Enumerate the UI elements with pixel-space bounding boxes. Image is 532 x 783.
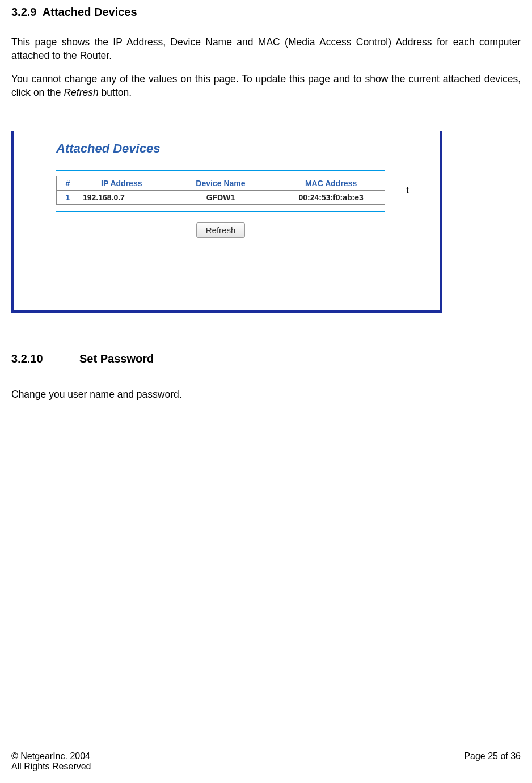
cell-num: 1 — [57, 190, 79, 204]
section1-para2: You cannot change any of the values on t… — [11, 73, 521, 99]
para2-part-b: button. — [99, 87, 132, 98]
panel-title: Attached Devices — [56, 141, 396, 156]
stray-text: t — [406, 184, 409, 196]
section2-number: 3.2.10 — [11, 352, 79, 365]
cell-name: GFDW1 — [164, 190, 277, 204]
table-row: 1 192.168.0.7 GFDW1 00:24:53:f0:ab:e3 — [57, 190, 385, 204]
para2-refresh-word: Refresh — [64, 87, 98, 98]
attached-devices-screenshot: Attached Devices # IP Address Device Nam… — [11, 131, 442, 313]
footer-left: © NetgearInc. 2004 All Rights Reserved — [11, 751, 91, 772]
divider-bottom — [56, 211, 385, 212]
refresh-button[interactable]: Refresh — [196, 222, 246, 238]
panel-inner: Attached Devices # IP Address Device Nam… — [56, 141, 396, 238]
header-name: Device Name — [164, 176, 277, 190]
cell-ip: 192.168.0.7 — [79, 190, 164, 204]
table-header-row: # IP Address Device Name MAC Address — [57, 176, 385, 190]
divider-top — [56, 170, 385, 171]
header-ip: IP Address — [79, 176, 164, 190]
section-number: 3.2.9 — [11, 6, 36, 18]
attached-devices-table: # IP Address Device Name MAC Address 1 1… — [56, 176, 385, 205]
section1-para1: This page shows the IP Address, Device N… — [11, 36, 521, 62]
footer-copyright: © NetgearInc. 2004 — [11, 751, 91, 761]
page-footer: © NetgearInc. 2004 All Rights Reserved P… — [11, 751, 521, 772]
section-heading-set-password: 3.2.10Set Password — [11, 352, 521, 365]
cell-mac: 00:24:53:f0:ab:e3 — [277, 190, 385, 204]
refresh-wrap: Refresh — [56, 222, 385, 238]
footer-page-number: Page 25 of 36 — [464, 751, 521, 761]
header-mac: MAC Address — [277, 176, 385, 190]
footer-rights: All Rights Reserved — [11, 761, 91, 772]
section2-para: Change you user name and password. — [11, 388, 521, 402]
section-heading-attached-devices: 3.2.9 Attached Devices — [11, 6, 521, 19]
header-num: # — [57, 176, 79, 190]
section2-title: Set Password — [79, 352, 154, 365]
section-title: Attached Devices — [43, 6, 137, 18]
